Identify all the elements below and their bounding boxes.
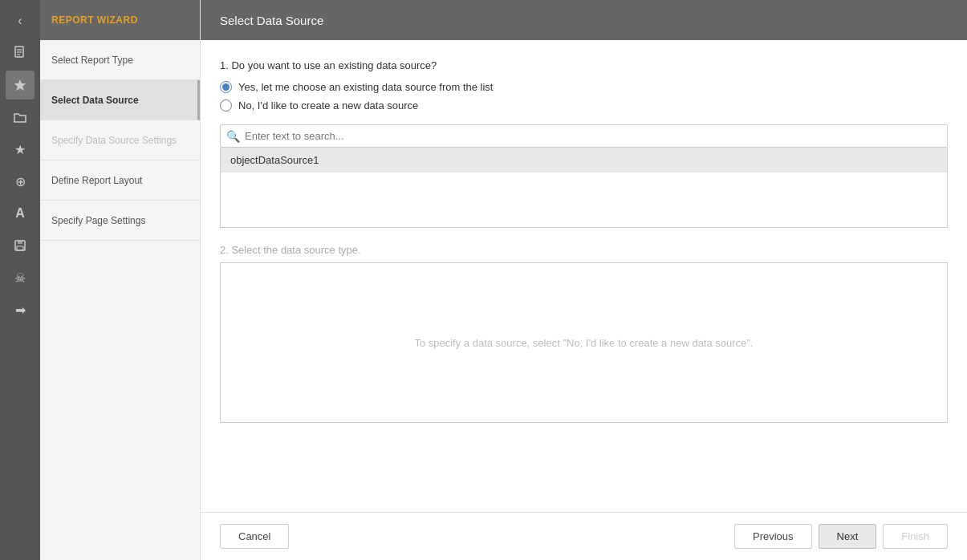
- svg-rect-5: [18, 241, 22, 244]
- cancel-button[interactable]: Cancel: [220, 524, 289, 549]
- finish-button: Finish: [883, 524, 948, 549]
- back-icon-btn[interactable]: ‹: [6, 6, 35, 35]
- radio-group-existing: Yes, let me choose an existing data sour…: [220, 81, 948, 112]
- section2-box: To specify a data source, select "No, I'…: [220, 262, 948, 423]
- main-content: 1. Do you want to use an existing data s…: [201, 40, 967, 512]
- layers-icon-btn[interactable]: ⊕: [6, 167, 35, 196]
- save-icon-btn[interactable]: [6, 231, 35, 260]
- star-icon-btn[interactable]: ★: [6, 135, 35, 164]
- previous-button[interactable]: Previous: [734, 524, 812, 549]
- sidebar-item-define-report-layout[interactable]: Define Report Layout: [40, 160, 200, 201]
- datasource-list: objectDataSource1: [220, 148, 948, 228]
- footer: Cancel Previous Next Finish: [201, 512, 967, 560]
- text-icon-btn[interactable]: A: [6, 199, 35, 228]
- radio-yes-input[interactable]: [220, 81, 232, 93]
- search-wrapper: 🔍: [220, 124, 948, 148]
- document-icon-btn[interactable]: [6, 39, 35, 67]
- skull-icon-btn[interactable]: ☠: [6, 263, 35, 292]
- wizard-icon-btn[interactable]: [6, 71, 35, 99]
- sidebar-item-specify-page-settings[interactable]: Specify Page Settings: [40, 201, 200, 241]
- sidebar-item-select-report-type[interactable]: Select Report Type: [40, 40, 200, 80]
- footer-left: Cancel: [220, 524, 289, 549]
- folder-icon-btn[interactable]: [6, 103, 35, 132]
- main-header: Select Data Source: [201, 0, 967, 40]
- sidebar: REPORT WIZARD Select Report Type Select …: [40, 0, 201, 560]
- sidebar-header: REPORT WIZARD: [40, 0, 200, 40]
- main-area: Select Data Source 1. Do you want to use…: [201, 0, 967, 560]
- question2-label: 2. Select the data source type.: [220, 244, 948, 256]
- radio-no-option[interactable]: No, I'd like to create a new data source: [220, 99, 948, 112]
- export-icon-btn[interactable]: ➡: [6, 295, 35, 324]
- radio-yes-option[interactable]: Yes, let me choose an existing data sour…: [220, 81, 948, 93]
- datasource-item-0[interactable]: objectDataSource1: [221, 148, 947, 172]
- sidebar-item-select-data-source[interactable]: Select Data Source: [40, 80, 200, 120]
- sidebar-item-specify-data-source-settings: Specify Data Source Settings: [40, 120, 200, 160]
- next-button[interactable]: Next: [819, 524, 877, 549]
- footer-right: Previous Next Finish: [734, 524, 948, 549]
- radio-no-input[interactable]: [220, 99, 232, 112]
- question1-label: 1. Do you want to use an existing data s…: [220, 59, 948, 71]
- search-input[interactable]: [220, 124, 948, 148]
- icon-bar: ‹ ★ ⊕ A ☠ ➡: [0, 0, 40, 560]
